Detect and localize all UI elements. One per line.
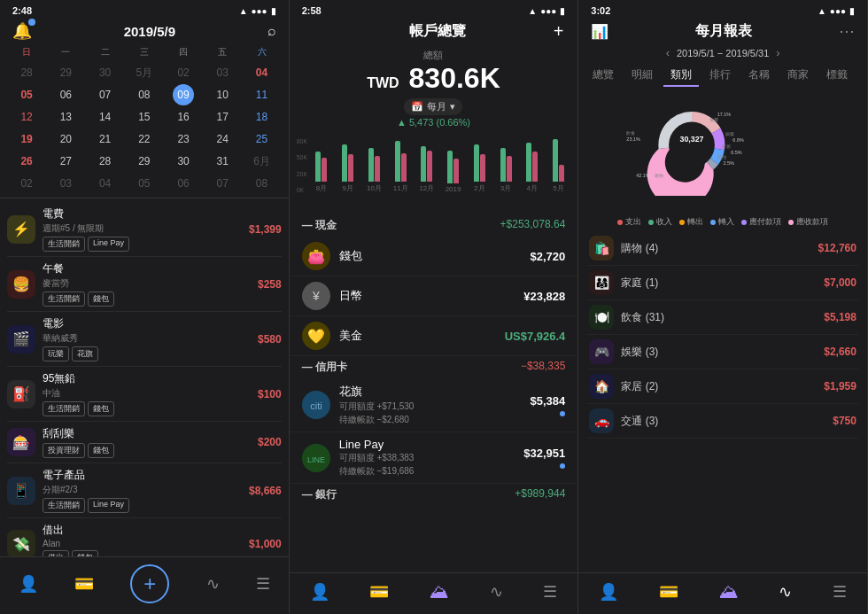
cal-day[interactable]: 17 xyxy=(203,106,242,128)
cal-day[interactable]: 15 xyxy=(125,106,164,128)
account-item[interactable]: ¥ 日幣 ¥23,828 xyxy=(290,276,578,316)
cal-day[interactable]: 29 xyxy=(46,62,85,83)
cal-day-today[interactable]: 09 xyxy=(173,84,194,105)
nav-menu-icon-3[interactable]: ☰ xyxy=(833,582,847,602)
transaction-item[interactable]: 📱 電子產品 分期#2/3 生活開銷 Line Pay $8,666 xyxy=(7,463,282,518)
acc-name: 花旗 xyxy=(339,384,531,400)
cal-day[interactable]: 10 xyxy=(203,84,242,105)
cal-day[interactable]: 06 xyxy=(46,84,85,105)
tab-name[interactable]: 名稱 xyxy=(741,65,777,87)
category-item[interactable]: 🏠 家居 (2) $1,959 xyxy=(587,369,858,404)
cal-day[interactable]: 29 xyxy=(125,151,164,172)
cal-day[interactable]: 05 xyxy=(7,84,46,105)
add-account-button[interactable]: + xyxy=(554,21,564,42)
pct-label: 6.8% xyxy=(733,137,745,143)
nav-wallet-icon-2[interactable]: 💳 xyxy=(369,582,389,602)
nav-person-icon-2[interactable]: 👤 xyxy=(310,582,329,602)
category-item[interactable]: 🛍️ 購物 (4) $12,760 xyxy=(587,231,858,266)
cal-day[interactable]: 07 xyxy=(85,84,124,105)
tx-tag: 生活開銷 xyxy=(43,401,85,416)
cal-day[interactable]: 08 xyxy=(242,173,281,194)
nav-wallet-icon[interactable]: 💳 xyxy=(74,574,94,594)
nav-wallet-icon-3[interactable]: 💳 xyxy=(659,582,678,602)
transaction-item[interactable]: 🎰 刮刮樂 投資理財 錢包 $200 xyxy=(7,422,282,463)
cal-day[interactable]: 21 xyxy=(85,128,124,150)
nav-mountains-icon-3[interactable]: ⛰ xyxy=(719,580,739,603)
period-selector[interactable]: 📅 每月 ▾ xyxy=(404,98,462,115)
tab-detail[interactable]: 明細 xyxy=(624,65,660,87)
cal-day[interactable]: 11 xyxy=(242,84,281,105)
add-transaction-button[interactable]: + xyxy=(130,564,169,603)
cal-day[interactable]: 24 xyxy=(203,128,242,150)
category-item[interactable]: 🚗 交通 (3) $750 xyxy=(587,404,858,439)
transaction-item[interactable]: ⛽ 95無鉛 中油 生活開銷 錢包 $100 xyxy=(7,367,282,422)
category-item[interactable]: 👨‍👩‍👧 家庭 (1) $7,000 xyxy=(587,266,858,300)
cal-day[interactable]: 13 xyxy=(46,106,85,128)
cal-day[interactable]: 14 xyxy=(85,106,124,128)
tab-tag[interactable]: 標籤 xyxy=(819,65,855,87)
next-month-button[interactable]: › xyxy=(776,46,779,59)
nav-chart-icon-2[interactable]: ∿ xyxy=(490,582,503,602)
prev-month-button[interactable]: ‹ xyxy=(666,46,670,59)
acc-amount: $2,720 xyxy=(531,250,566,263)
search-icon[interactable]: ⌕ xyxy=(267,23,276,39)
bell-button[interactable]: 🔔 xyxy=(12,21,32,41)
nav-chart-icon-3[interactable]: ∿ xyxy=(779,582,792,602)
cal-day[interactable]: 27 xyxy=(46,151,85,172)
acc-dot xyxy=(560,411,565,416)
bar-chart-icon[interactable]: 📊 xyxy=(591,23,608,40)
cal-day[interactable]: 05 xyxy=(125,173,164,194)
cal-day[interactable]: 6月 xyxy=(242,151,281,172)
cal-day[interactable]: 30 xyxy=(164,151,203,172)
tab-category[interactable]: 類別 xyxy=(663,65,699,87)
cal-day[interactable]: 31 xyxy=(203,151,242,172)
account-item[interactable]: LINE Line Pay 可用額度 +$38,383 待繳帳款 −$19,68… xyxy=(290,432,578,484)
cal-day[interactable]: 25 xyxy=(242,128,281,150)
nav-person-icon-3[interactable]: 👤 xyxy=(599,582,618,602)
cal-day[interactable]: 16 xyxy=(164,106,203,128)
transaction-item[interactable]: 💸 借出 Alan 借出 錢包 $1,000 xyxy=(7,518,282,556)
cal-day[interactable]: 02 xyxy=(164,62,203,83)
tab-rank[interactable]: 排行 xyxy=(702,65,738,87)
tab-overview[interactable]: 總覽 xyxy=(585,65,621,87)
nav-menu-icon-2[interactable]: ☰ xyxy=(543,582,557,602)
weekday-headers: 日 一 二 三 四 五 六 xyxy=(7,44,282,60)
cal-day[interactable]: 22 xyxy=(125,128,164,150)
cal-day[interactable]: 23 xyxy=(164,128,203,150)
nav-person-icon[interactable]: 👤 xyxy=(19,574,38,594)
cal-day[interactable]: 12 xyxy=(7,106,46,128)
cal-day[interactable]: 07 xyxy=(203,173,242,194)
transaction-item[interactable]: 🎬 電影 華納威秀 玩樂 花旗 $580 xyxy=(7,312,282,367)
bar-group: 8月 xyxy=(309,128,334,193)
transaction-item[interactable]: ⚡ 電費 週期#5 / 無限期 生活開銷 Line Pay $1,399 xyxy=(7,202,282,257)
bottom-nav-2: 👤 💳 ⛰ ∿ ☰ xyxy=(290,572,578,614)
cal-day[interactable]: 18 xyxy=(242,106,281,128)
cal-day[interactable]: 02 xyxy=(7,173,46,194)
account-item[interactable]: 👛 錢包 $2,720 xyxy=(290,237,578,276)
cal-day[interactable]: 19 xyxy=(7,128,46,150)
cal-day[interactable]: 04 xyxy=(242,62,281,83)
account-item[interactable]: citi 花旗 可用額度 +$71,530 待繳帳款 −$2,680 $5,38… xyxy=(290,378,578,432)
cal-day[interactable]: 04 xyxy=(85,173,124,194)
bar-label: 5月 xyxy=(553,183,563,193)
cal-day[interactable]: 26 xyxy=(7,151,46,172)
category-item[interactable]: 🍽️ 飲食 (31) $5,198 xyxy=(587,300,858,335)
account-item[interactable]: 💛 美金 US$7,926.4 xyxy=(290,316,578,356)
more-options-icon[interactable]: ⋯ xyxy=(839,21,855,41)
cal-day[interactable]: 28 xyxy=(7,62,46,83)
cal-day[interactable]: 30 xyxy=(85,62,124,83)
cal-day[interactable]: 28 xyxy=(85,151,124,172)
tx-amount: $1,000 xyxy=(249,538,282,550)
cal-day[interactable]: 03 xyxy=(46,173,85,194)
cal-day[interactable]: 20 xyxy=(46,128,85,150)
cal-day[interactable]: 08 xyxy=(125,84,164,105)
cal-day[interactable]: 06 xyxy=(164,173,203,194)
tab-merchant[interactable]: 商家 xyxy=(780,65,816,87)
cal-day[interactable]: 03 xyxy=(203,62,242,83)
transaction-item[interactable]: 🍔 午餐 麥當勞 生活開銷 錢包 $258 xyxy=(7,257,282,312)
nav-mountains-icon[interactable]: ⛰ xyxy=(430,580,449,603)
nav-chart-icon[interactable]: ∿ xyxy=(206,574,220,594)
category-item[interactable]: 🎮 娛樂 (3) $2,660 xyxy=(587,335,858,369)
cal-day[interactable]: 5月 xyxy=(125,62,164,83)
nav-menu-icon[interactable]: ☰ xyxy=(256,574,270,594)
